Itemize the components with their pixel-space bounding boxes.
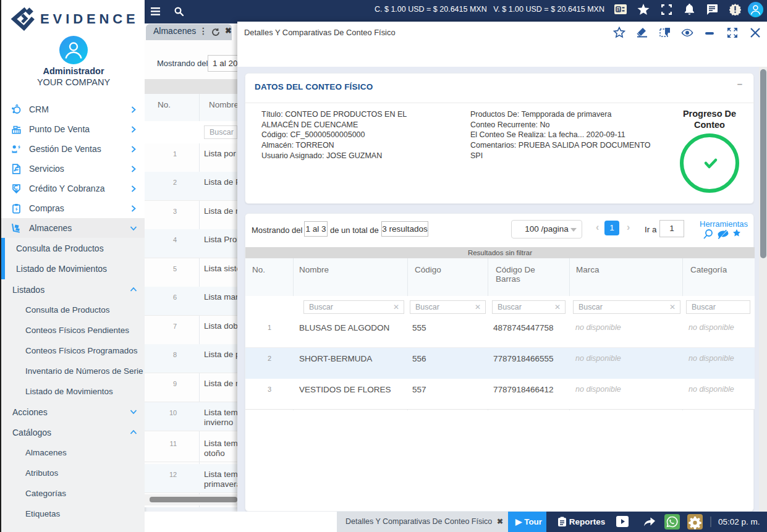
- svg-text:$: $: [617, 7, 620, 12]
- svg-text:EVIDENCE: EVIDENCE: [40, 11, 137, 27]
